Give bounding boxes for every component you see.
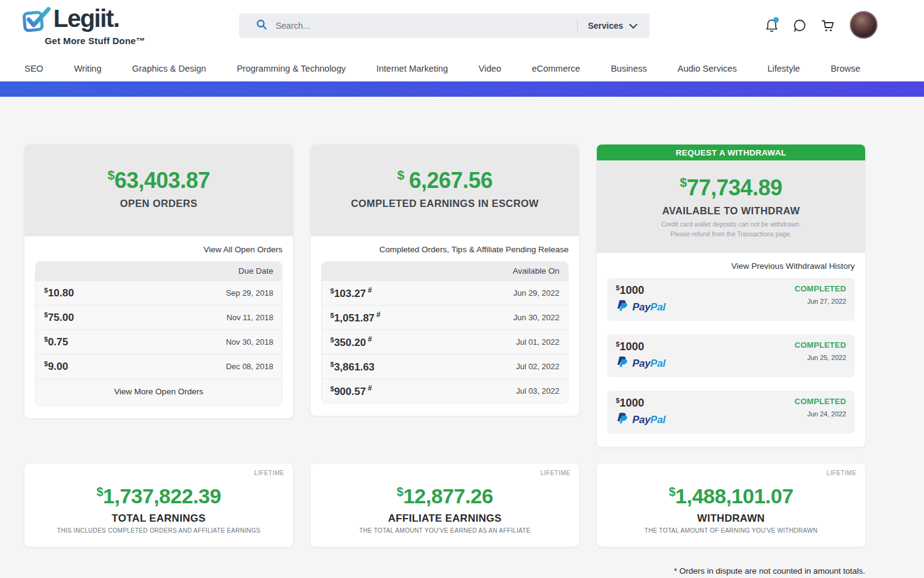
- paypal-word-pal: Pal: [650, 414, 665, 426]
- paypal-logo: PayPal: [616, 356, 665, 372]
- cart-icon[interactable]: [820, 18, 836, 34]
- affiliate-earnings-subtitle: THE TOTAL AMOUNT YOU'VE EARNED AS AN AFF…: [311, 527, 579, 534]
- legiit-logo[interactable]: Legiit. Get More Stuff Done™: [21, 5, 145, 46]
- order-amount: $9.00: [44, 360, 68, 373]
- order-amount-value: 75.00: [48, 312, 74, 323]
- nav-item-audio-services[interactable]: Audio Services: [678, 64, 737, 73]
- escrow-row-amount: $350.20#: [330, 335, 372, 349]
- withdrawal-status-badge: COMPLETED: [795, 284, 846, 293]
- escrow-row-amount: $1,051.87#: [330, 310, 381, 325]
- open-orders-amount-value: 63,403.87: [115, 168, 210, 193]
- user-avatar[interactable]: [850, 11, 877, 39]
- escrow-row-amount: $900.57#: [330, 384, 372, 398]
- footnotes: * Orders in dispute are not counted in a…: [25, 565, 865, 578]
- services-dropdown[interactable]: Services: [588, 21, 649, 31]
- nav-item-business[interactable]: Business: [611, 64, 647, 73]
- withdrawal-status-badge: COMPLETED: [795, 397, 846, 406]
- escrow-row-amount-value: 350.20: [334, 337, 366, 348]
- earnings-dashboard: $63,403.87 OPEN ORDERS View All Open Ord…: [0, 97, 924, 578]
- view-all-open-orders-link[interactable]: View All Open Orders: [35, 245, 282, 254]
- nav-item-ecommerce[interactable]: eCommerce: [532, 64, 580, 73]
- withdraw-note: Credit card wallet deposits can not be w…: [597, 220, 865, 239]
- paypal-word-pay: Pay: [632, 414, 650, 426]
- chevron-down-icon: [629, 21, 637, 31]
- view-withdrawal-history-link[interactable]: View Previous Withdrawal History: [607, 261, 855, 271]
- available-to-withdraw-value: 77,734.89: [687, 175, 782, 200]
- escrow-title: COMPLETED EARNINGS IN ESCROW: [311, 198, 579, 209]
- withdrawal-amount: $1000: [616, 397, 665, 410]
- paypal-wordmark: PayPal: [632, 301, 665, 313]
- withdraw-body: View Previous Withdrawal History $1000: [597, 253, 865, 447]
- nav-item-seo[interactable]: SEO: [25, 64, 44, 73]
- footnote-disputes: * Orders in dispute are not counted in a…: [25, 565, 865, 578]
- open-orders-card: $63,403.87 OPEN ORDERS View All Open Ord…: [25, 144, 293, 418]
- withdrawal-status-badge: COMPLETED: [795, 340, 846, 350]
- withdrawal-left: $1000 PayPal: [616, 340, 665, 372]
- escrow-table: Available On $103.27# Jun 29, 2022 $1,05…: [321, 261, 569, 403]
- paypal-word-pay: Pay: [632, 301, 650, 313]
- messages-icon[interactable]: [792, 18, 808, 34]
- pending-release-link[interactable]: Completed Orders, Tips & Affiliate Pendi…: [321, 245, 569, 254]
- paypal-logo: PayPal: [616, 412, 665, 428]
- currency-symbol: $: [108, 168, 115, 182]
- open-orders-amount: $63,403.87: [25, 168, 293, 193]
- nav-item-browse[interactable]: Browse: [831, 64, 860, 73]
- withdrawal-row: $1000 PayPal: [607, 334, 855, 377]
- open-orders-table: Due Date $10.80 Sep 29, 2018 $75.00 Nov …: [35, 261, 282, 406]
- brand-tagline: Get More Stuff Done™: [45, 36, 145, 46]
- table-row: $75.00 Nov 11, 2018: [36, 305, 282, 329]
- affiliate-earnings-card: LIFETIME $12,877.26 AFFILIATE EARNINGS T…: [311, 464, 579, 547]
- nav-item-graphics-design[interactable]: Graphics & Design: [132, 64, 206, 73]
- withdrawal-amount-value: 1000: [619, 284, 644, 296]
- withdrawal-amount-value: 1000: [619, 397, 644, 409]
- currency-symbol: $: [680, 175, 687, 189]
- escrow-amount-value: 6,267.56: [409, 168, 493, 193]
- order-amount-value: 0.75: [48, 336, 68, 348]
- total-earnings-value: 1,737,822.39: [103, 484, 221, 508]
- currency-symbol: $: [96, 485, 103, 498]
- escrow-amount: $6,267.56: [311, 168, 579, 193]
- recurring-flag: #: [376, 310, 381, 319]
- nav-item-video[interactable]: Video: [479, 64, 501, 73]
- affiliate-earnings-title: AFFILIATE EARNINGS: [311, 512, 579, 525]
- notification-badge: [773, 17, 779, 23]
- escrow-card: $6,267.56 COMPLETED EARNINGS IN ESCROW C…: [311, 144, 579, 416]
- open-orders-title: OPEN ORDERS: [25, 198, 293, 209]
- notification-bell-icon[interactable]: [763, 18, 779, 34]
- table-row: $9.00 Dec 08, 2018: [36, 354, 282, 378]
- paypal-icon: [616, 299, 629, 315]
- recurring-flag: #: [368, 286, 372, 295]
- due-date-column-header: Due Date: [36, 262, 282, 280]
- search-input[interactable]: [276, 21, 577, 31]
- order-amount: $75.00: [44, 311, 74, 324]
- affiliate-earnings-amount: $12,877.26: [311, 484, 579, 508]
- order-amount: $10.80: [44, 287, 74, 299]
- paypal-logo: PayPal: [616, 299, 665, 315]
- withdrawn-card: LIFETIME $1,488,101.07 WITHDRAWN THE TOT…: [597, 464, 865, 547]
- withdrawn-amount: $1,488,101.07: [597, 484, 865, 508]
- order-due-date: Dec 08, 2018: [226, 362, 273, 371]
- nav-item-lifestyle[interactable]: Lifestyle: [767, 64, 800, 73]
- total-earnings-card: LIFETIME $1,737,822.39 TOTAL EARNINGS TH…: [25, 464, 293, 547]
- order-due-date: Nov 11, 2018: [227, 313, 273, 322]
- paypal-icon: [616, 412, 629, 428]
- withdraw-header: $77,734.89 AVAILABLE TO WITHDRAW Credit …: [597, 160, 865, 253]
- escrow-available-date: Jun 30, 2022: [513, 313, 559, 322]
- nav-item-internet-marketing[interactable]: Internet Marketing: [376, 64, 448, 73]
- category-nav: SEO Writing Graphics & Design Programmin…: [0, 55, 924, 81]
- view-more-open-orders-link[interactable]: View More Open Orders: [36, 378, 282, 405]
- affiliate-earnings-value: 12,877.26: [403, 484, 493, 508]
- lifetime-badge: LIFETIME: [254, 470, 284, 476]
- search-divider: [577, 18, 578, 33]
- nav-item-writing[interactable]: Writing: [74, 64, 102, 73]
- escrow-row-amount: $103.27#: [330, 286, 372, 300]
- withdrawn-subtitle: THE TOTAL AMOUNT OF EARNING YOU'VE WITHD…: [597, 527, 865, 534]
- available-to-withdraw-amount: $77,734.89: [597, 175, 865, 201]
- open-orders-header: $63,403.87 OPEN ORDERS: [25, 144, 293, 236]
- nav-item-programming-technology[interactable]: Programming & Technology: [237, 64, 346, 73]
- brand-name: Legiit.: [53, 5, 119, 32]
- withdrawal-row: $1000 PayPal: [607, 391, 855, 434]
- escrow-available-date: Jun 29, 2022: [513, 288, 559, 298]
- recurring-flag: #: [368, 335, 372, 343]
- request-withdrawal-button[interactable]: REQUEST A WITHDRAWAL: [597, 144, 865, 160]
